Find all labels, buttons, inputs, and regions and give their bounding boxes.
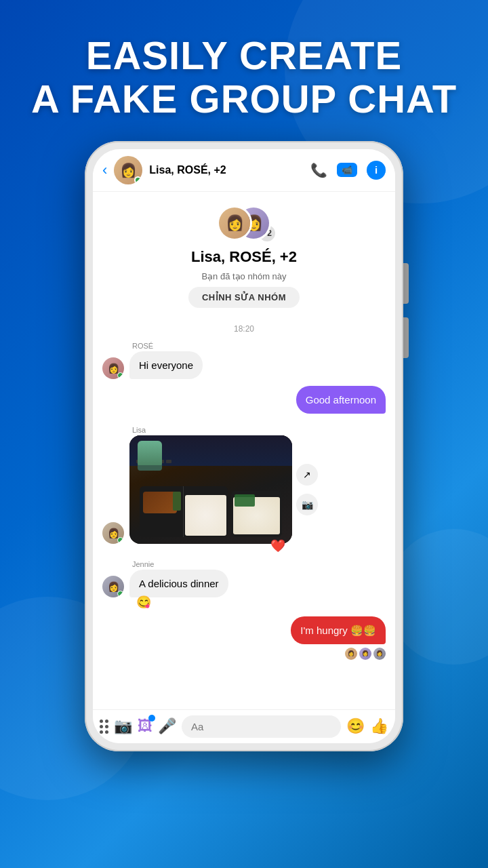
share-button[interactable]: ↗ — [296, 464, 318, 486]
emoji-button[interactable]: 😊 — [346, 717, 365, 735]
camera-icon[interactable]: 📷 — [114, 717, 132, 735]
online-dot — [117, 591, 123, 597]
edit-group-button[interactable]: CHỈNH SỬA NHÓM — [188, 287, 300, 308]
online-indicator — [134, 176, 142, 184]
info-icon[interactable]: i — [367, 161, 386, 180]
online-dot — [117, 372, 123, 378]
group-avatar-1: 👩 — [217, 205, 252, 241]
header-avatar: 👩 — [114, 156, 142, 184]
timestamp: 18:20 — [102, 324, 386, 334]
message-bubble: A delicious dinner — [129, 570, 228, 597]
like-button[interactable]: 👍 — [370, 717, 388, 735]
mic-icon[interactable]: 🎤 — [158, 717, 176, 735]
message-content: Jennie A delicious dinner 😋 — [129, 560, 228, 597]
photo-message-row: 👩 Lisa — [102, 426, 386, 544]
side-button-volume — [403, 263, 409, 304]
food-image — [129, 435, 292, 544]
headline-line1: EASILY CREATE — [31, 34, 457, 77]
group-subtitle: Bạn đã tạo nhóm này — [201, 271, 286, 281]
seen-avatar-1: 👩 — [345, 648, 357, 660]
screenshot-button[interactable]: 📷 — [296, 494, 318, 515]
sender-name: ROSÉ — [132, 342, 203, 350]
call-icon[interactable]: 📞 — [310, 162, 327, 178]
sender-name: Lisa — [132, 426, 292, 434]
online-dot — [117, 537, 123, 543]
photo-message-content: Lisa — [129, 426, 292, 544]
photo-message: ↗ 📷 ❤️ — [129, 435, 292, 544]
headline: EASILY CREATE A FAKE GROUP CHAT — [11, 34, 477, 121]
message-content: I'm hungry 🍔🍔 👩 👩 👩 — [291, 616, 386, 660]
phone-screen: ‹ 👩 Lisa, ROSÉ, +2 📞 📹 i — [93, 149, 395, 743]
gallery-icon[interactable]: 🖼 — [138, 717, 152, 735]
jennie-avatar: 👩 — [102, 576, 124, 597]
gallery-badge — [148, 715, 155, 722]
message-bubble: Hi everyone — [129, 351, 203, 379]
back-button[interactable]: ‹ — [102, 161, 107, 179]
sender-name: Jennie — [132, 560, 228, 568]
rose-avatar: 👩 — [102, 357, 124, 379]
photo-placeholder — [129, 435, 292, 544]
group-name-header: Lisa, ROSÉ, +2 — [149, 164, 304, 176]
seen-avatar-2: 👩 — [359, 648, 371, 660]
message-content: ROSÉ Hi everyone — [129, 342, 203, 379]
chat-header: ‹ 👩 Lisa, ROSÉ, +2 📞 📹 i — [93, 149, 395, 192]
seen-avatar-3: 👩 — [373, 648, 386, 660]
message-content: Good afternoon — [296, 386, 386, 414]
chat-input-bar: 📷 🖼 🎤 😊 👍 — [93, 709, 395, 743]
phone-frame: ‹ 👩 Lisa, ROSÉ, +2 📞 📹 i — [85, 141, 403, 751]
video-icon[interactable]: 📹 — [337, 163, 357, 177]
chat-body: 👩 👩 +2 Lisa, ROSÉ, +2 Bạn đã tạo nhóm nà… — [93, 192, 395, 709]
message-bubble: Good afternoon — [296, 386, 386, 414]
message-input[interactable] — [182, 715, 341, 738]
photo-actions: ↗ 📷 — [296, 464, 318, 515]
side-button-power — [403, 317, 409, 358]
message-row: 👩 Jennie A delicious dinner 😋 — [102, 560, 386, 597]
heart-reaction: ❤️ — [270, 538, 285, 553]
lisa-avatar: 👩 — [102, 522, 124, 544]
group-title: Lisa, ROSÉ, +2 — [191, 248, 297, 266]
message-row: I'm hungry 🍔🍔 👩 👩 👩 — [102, 616, 386, 660]
group-info-area: 👩 👩 +2 Lisa, ROSÉ, +2 Bạn đã tạo nhóm nà… — [102, 199, 386, 317]
seen-avatars: 👩 👩 👩 — [291, 648, 386, 660]
header-action-icons: 📞 📹 i — [310, 161, 386, 180]
message-row: 👩 ROSÉ Hi everyone — [102, 342, 386, 379]
message-row: Good afternoon — [102, 386, 386, 414]
message-reaction: 😋 — [136, 595, 151, 610]
apps-icon[interactable] — [100, 719, 108, 734]
group-avatars: 👩 👩 +2 — [217, 205, 271, 243]
headline-line2: A FAKE GROUP CHAT — [31, 77, 457, 121]
message-bubble: I'm hungry 🍔🍔 — [291, 616, 386, 644]
phone-mockup: ‹ 👩 Lisa, ROSÉ, +2 📞 📹 i — [85, 141, 403, 751]
